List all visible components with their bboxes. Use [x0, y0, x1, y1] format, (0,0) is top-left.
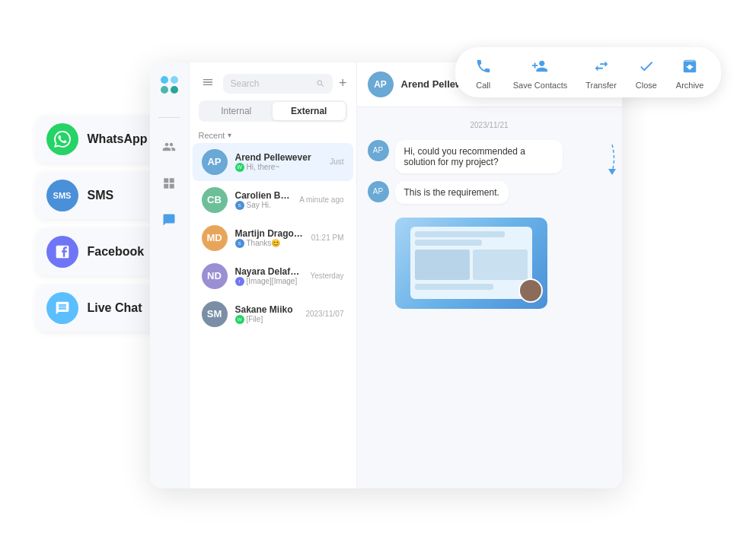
call-icon	[472, 55, 495, 78]
contact-item[interactable]: MD Martijn Dragonjer S Thanks😊 01:21 PM	[193, 219, 353, 257]
tab-external[interactable]: External	[273, 102, 346, 120]
toolbar-save-contacts[interactable]: Save Contacts	[513, 55, 568, 90]
message-row: AP Hi, could you recommended a solution …	[368, 140, 611, 173]
contact-info: Nayara Delafuente f [Image][Image]	[235, 266, 303, 286]
sidebar-contacts-icon[interactable]	[158, 136, 180, 157]
save-contacts-label: Save Contacts	[513, 81, 568, 90]
add-contact-button[interactable]: +	[339, 75, 347, 91]
search-bar: Search	[223, 74, 333, 94]
contact-preview: S Thanks😊	[235, 239, 304, 248]
contact-header: Search +	[190, 62, 356, 100]
avatar: CB	[202, 187, 228, 213]
message-row: AP This is the requirement.	[368, 181, 611, 204]
close-label: Close	[636, 81, 657, 90]
app-logo	[158, 75, 180, 96]
archive-icon	[678, 55, 701, 78]
date-divider: 2023/11/21	[368, 121, 611, 129]
screenshot-thumbnail	[395, 211, 611, 309]
archive-label: Archive	[676, 81, 704, 90]
contact-item[interactable]: SM Sakane Miiko W [File] 2023/11/07	[193, 295, 353, 333]
chat-avatar: AP	[368, 72, 394, 97]
svg-marker-0	[608, 169, 616, 175]
contact-name: Carolien Bloeme	[235, 190, 292, 201]
contact-info: Arend Pellewever W Hi, there~	[235, 152, 323, 172]
toolbar-close[interactable]: Close	[635, 55, 658, 90]
contact-item[interactable]: CB Carolien Bloeme S Say Hi. A minute ag…	[193, 181, 353, 219]
contact-info: Carolien Bloeme S Say Hi.	[235, 190, 292, 210]
menu-icon[interactable]	[199, 73, 217, 94]
contact-name: Nayara Delafuente	[235, 266, 303, 277]
contact-name: Martijn Dragonjer	[235, 228, 304, 239]
dashed-arrow	[601, 145, 624, 178]
contact-preview: W Hi, there~	[235, 163, 323, 172]
toolbar-call[interactable]: Call	[472, 55, 495, 90]
tab-internal[interactable]: Internal	[200, 102, 273, 120]
transfer-icon	[590, 55, 613, 78]
avatar: SM	[202, 301, 228, 327]
whatsapp-icon	[46, 123, 78, 155]
avatar: AP	[202, 149, 228, 175]
sidebar-grid-icon[interactable]	[158, 173, 180, 194]
contact-info: Martijn Dragonjer S Thanks😊	[235, 228, 304, 248]
message-bubble: Hi, could you recommended a solution for…	[395, 140, 563, 173]
contact-info: Sakane Miiko W [File]	[235, 304, 298, 324]
facebook-icon	[46, 236, 78, 268]
contact-list: AP Arend Pellewever W Hi, there~ Just CB…	[190, 143, 356, 488]
call-label: Call	[476, 81, 490, 90]
livechat-label: Live Chat	[88, 301, 154, 315]
scene: WhatsApp → - - - - - SMS SMS → - - - - -…	[36, 24, 721, 526]
floating-toolbar: Call Save Contacts Transfer Close Archiv…	[455, 47, 721, 97]
contact-time: 01:21 PM	[311, 234, 344, 242]
transfer-label: Transfer	[585, 81, 617, 90]
contact-name: Arend Pellewever	[235, 152, 323, 163]
livechat-icon	[46, 292, 78, 324]
facebook-label: Facebook	[88, 245, 154, 259]
toolbar-archive[interactable]: Archive	[676, 55, 704, 90]
message-avatar: AP	[368, 140, 389, 161]
chat-messages: 2023/11/21 AP Hi, could you recommended …	[357, 107, 622, 488]
chat-panel: AP Arend Pellewever	[357, 62, 622, 488]
avatar: MD	[202, 225, 228, 251]
recent-label: Recent ▾	[190, 128, 356, 143]
sms-label: SMS	[88, 189, 154, 202]
sidebar	[150, 62, 190, 488]
contact-preview: f [Image][Image]	[235, 277, 303, 286]
save-contacts-icon	[528, 55, 551, 78]
message-bubble: This is the requirement.	[395, 181, 509, 204]
message-avatar: AP	[368, 181, 389, 202]
contact-panel: Search + Internal External Recent ▾ AP A…	[190, 62, 357, 488]
whatsapp-label: WhatsApp	[88, 132, 154, 146]
contact-preview: W [File]	[235, 315, 298, 324]
screenshot-person-avatar	[518, 278, 543, 303]
sms-icon: SMS	[46, 180, 78, 211]
toolbar-transfer[interactable]: Transfer	[585, 55, 617, 90]
contact-item[interactable]: ND Nayara Delafuente f [Image][Image] Ye…	[193, 257, 353, 295]
sidebar-chat-icon[interactable]	[158, 209, 180, 230]
contact-time: 2023/11/07	[305, 310, 343, 318]
contact-time: Just	[330, 157, 343, 166]
contact-item[interactable]: AP Arend Pellewever W Hi, there~ Just	[193, 143, 353, 181]
contact-preview: S Say Hi.	[235, 201, 292, 210]
avatar: ND	[202, 263, 228, 289]
tab-bar: Internal External	[199, 100, 347, 122]
search-text: Search	[231, 78, 260, 89]
contact-time: A minute ago	[299, 196, 343, 204]
contact-name: Sakane Miiko	[235, 304, 298, 315]
close-check-icon	[635, 55, 658, 78]
contact-time: Yesterday	[310, 272, 343, 280]
app-panel: Search + Internal External Recent ▾ AP A…	[150, 62, 622, 488]
